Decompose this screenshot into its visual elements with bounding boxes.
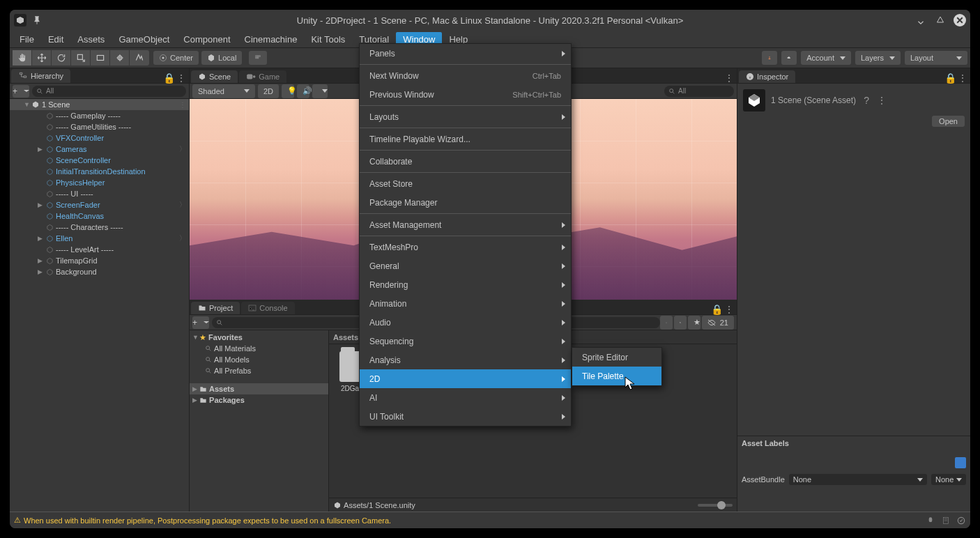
menu-component[interactable]: Component (176, 32, 237, 47)
menu-item-audio[interactable]: Audio (360, 313, 571, 332)
autorefresh-icon[interactable] (941, 516, 951, 525)
menu-gameobject[interactable]: GameObject (112, 32, 176, 47)
hierarchy-item[interactable]: ▶Cameras〉 (10, 144, 189, 155)
menu-item-general[interactable]: General (360, 256, 571, 275)
hierarchy-item[interactable]: InitialTransitionDestination (10, 166, 189, 177)
preset-menu-icon[interactable]: ⋮ (877, 95, 887, 105)
favorites-header[interactable]: ▼ ★ Favorites (190, 332, 328, 343)
label-tag-icon[interactable] (955, 457, 966, 468)
menu-edit[interactable]: Edit (41, 32, 70, 47)
account-dropdown[interactable]: Account (801, 51, 851, 65)
progress-icon[interactable] (956, 516, 966, 525)
scale-tool[interactable] (71, 50, 91, 66)
rect-tool[interactable] (91, 50, 110, 66)
hierarchy-item[interactable]: PhysicsHelper (10, 177, 189, 188)
hierarchy-search-input[interactable]: All (32, 86, 186, 97)
rotate-tool[interactable] (52, 50, 71, 66)
menu-item-asset-store[interactable]: Asset Store (360, 174, 571, 193)
help-icon[interactable]: ? (862, 95, 871, 105)
menu-item-ui-toolkit[interactable]: UI Toolkit (360, 407, 571, 426)
filter-label-icon[interactable] (674, 316, 687, 330)
game-tab[interactable]: Game (239, 70, 286, 83)
menu-item-2d[interactable]: 2D (360, 369, 571, 388)
hierarchy-item[interactable]: ▶Background (10, 266, 189, 277)
menu-item-animation[interactable]: Animation (360, 294, 571, 313)
minimize-button[interactable] (914, 14, 927, 26)
lock-icon[interactable]: 🔒 (164, 73, 174, 83)
hidden-count[interactable]: 21 (702, 316, 734, 330)
menu-item-previous-window[interactable]: Previous WindowShift+Ctrl+Tab (360, 85, 571, 104)
hierarchy-item[interactable]: ▶TilemapGrid (10, 255, 189, 266)
grid-snap-button[interactable] (249, 51, 267, 65)
zoom-slider[interactable] (698, 504, 733, 507)
panel-menu-icon[interactable]: ⋮ (958, 73, 967, 83)
local-global-toggle[interactable]: Local (201, 51, 242, 65)
panel-menu-icon[interactable]: ⋮ (176, 73, 186, 83)
menu-item-ai[interactable]: AI (360, 388, 571, 407)
panel-menu-icon[interactable]: ⋮ (724, 305, 734, 314)
assets-root[interactable]: ▶ Assets (190, 383, 328, 394)
hierarchy-item[interactable]: ----- UI ----- (10, 188, 189, 199)
menu-assets[interactable]: Assets (70, 32, 112, 47)
hierarchy-item[interactable]: SceneController (10, 155, 189, 166)
debug-icon[interactable] (926, 516, 935, 525)
menu-file[interactable]: File (13, 32, 41, 47)
2d-toggle[interactable]: 2D (258, 84, 279, 98)
open-button[interactable]: Open (932, 116, 965, 127)
assetbundle-dropdown[interactable]: None (789, 474, 927, 485)
inspector-tab[interactable]: Inspector (739, 70, 795, 83)
menu-item-asset-management[interactable]: Asset Management (360, 215, 571, 234)
maximize-button[interactable] (934, 14, 947, 26)
scene-menu-icon[interactable]: ⋮ (179, 101, 186, 109)
move-tool[interactable] (32, 50, 52, 66)
hierarchy-item[interactable]: HealthCanvas (10, 210, 189, 222)
fav-all-materials[interactable]: All Materials (190, 343, 328, 354)
menu-item-layouts[interactable]: Layouts (360, 107, 571, 126)
filter-type-icon[interactable] (660, 316, 673, 330)
lock-icon[interactable]: 🔒 (712, 305, 721, 314)
hierarchy-item[interactable]: ▶ScreenFader〉 (10, 199, 189, 210)
hierarchy-tab[interactable]: Hierarchy (11, 69, 70, 83)
pivot-center-toggle[interactable]: Center (153, 51, 199, 65)
menu-item-panels[interactable]: Panels (360, 44, 571, 63)
menu-item-rendering[interactable]: Rendering (360, 275, 571, 294)
lock-icon[interactable]: 🔒 (945, 73, 955, 83)
add-asset-button[interactable]: + (192, 316, 209, 329)
menu-item-timeline-playable-wizard-[interactable]: Timeline Playable Wizard... (360, 130, 571, 148)
scene-search-input[interactable]: All (664, 86, 734, 97)
hierarchy-item[interactable]: VFXController (10, 132, 189, 144)
layout-dropdown[interactable]: Layout (905, 51, 967, 65)
custom-tool[interactable] (130, 50, 149, 66)
packages-root[interactable]: ▶ Packages (190, 394, 328, 406)
hierarchy-item[interactable]: ▶Ellen〉 (10, 233, 189, 244)
transform-tool[interactable] (110, 50, 130, 66)
menu-item-analysis[interactable]: Analysis (360, 351, 571, 369)
menu-item-textmeshpro[interactable]: TextMeshPro (360, 238, 571, 256)
status-warning-text[interactable]: When used with builtin render pipeline, … (24, 516, 391, 525)
cloud-icon[interactable] (781, 51, 797, 65)
fav-all-models[interactable]: All Models (190, 354, 328, 365)
favorite-icon[interactable]: ★ (688, 316, 700, 330)
menu-item-sequencing[interactable]: Sequencing (360, 332, 571, 351)
lighting-icon[interactable]: 💡 (282, 84, 294, 98)
hierarchy-item[interactable]: ----- Gameplay ----- (10, 110, 189, 121)
collab-icon[interactable] (762, 51, 777, 65)
console-tab[interactable]: Console (241, 302, 294, 314)
menu-item-collaborate[interactable]: Collaborate (360, 152, 571, 171)
panel-menu-icon[interactable]: ⋮ (724, 73, 734, 83)
project-tab[interactable]: Project (191, 302, 240, 314)
hierarchy-item[interactable]: ----- LevelArt ----- (10, 244, 189, 255)
hierarchy-item[interactable]: ----- Characters ----- (10, 222, 189, 233)
shading-dropdown[interactable]: Shaded (192, 84, 255, 98)
add-button[interactable]: + (13, 85, 29, 98)
submenu-item-tile-palette[interactable]: Tile Palette (572, 367, 661, 385)
menu-item-package-manager[interactable]: Package Manager (360, 193, 571, 212)
fav-all-prefabs[interactable]: All Prefabs (190, 365, 328, 376)
pin-icon[interactable] (32, 15, 42, 25)
scene-tab[interactable]: Scene (191, 70, 238, 83)
assetbundle-variant-dropdown[interactable]: None (931, 474, 966, 485)
layers-dropdown[interactable]: Layers (855, 51, 901, 65)
fx-dropdown[interactable] (312, 84, 328, 98)
hand-tool[interactable] (13, 50, 32, 66)
audio-icon[interactable]: 🔊 (297, 84, 309, 98)
